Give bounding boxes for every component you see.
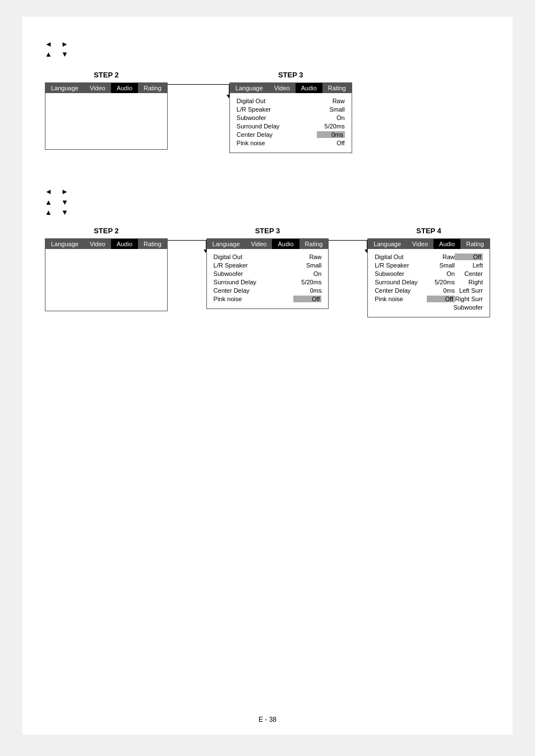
s2-step3-label: STEP 3 <box>255 227 280 235</box>
s4-value-pink-noise: Off <box>427 296 455 302</box>
s4-label-lr-speaker: L/R Speaker <box>375 262 427 269</box>
row-subwoofer: Subwoofer On <box>237 114 345 121</box>
s2-tab-audio[interactable]: Audio <box>111 239 138 249</box>
s2-step2-label: STEP 2 <box>94 227 119 235</box>
label-subwoofer: Subwoofer <box>237 114 317 121</box>
s2-step3-tabs: Language Video Audio Rating <box>207 239 329 249</box>
s4-label-subwoofer: Subwoofer <box>375 270 427 277</box>
s2-s3-tab-audio[interactable]: Audio <box>272 239 299 249</box>
s2-left-arrow-icon: ◄ <box>45 187 52 197</box>
s4-row-digital-out: Digital Out Raw Off <box>375 253 483 260</box>
s2-right-arrow-icon: ► <box>61 187 68 197</box>
s2-step3-body: Digital Out Raw L/R Speaker Small Subwoo… <box>207 249 329 308</box>
step3-tabs: Language Video Audio Rating <box>230 83 352 93</box>
tab-rating[interactable]: Rating <box>138 83 167 93</box>
s2-value-surround-delay: 5/20ms <box>293 279 321 285</box>
s3-tab-audio[interactable]: Audio <box>296 83 322 93</box>
s2-label-surround-delay: Surround Delay <box>214 279 294 285</box>
s2-label-center-delay: Center Delay <box>214 287 294 294</box>
s3-tab-rating[interactable]: Rating <box>322 83 352 93</box>
label-digital-out: Digital Out <box>237 98 317 104</box>
s2-connector-1 <box>168 240 206 253</box>
label-lr-speaker: L/R Speaker <box>237 106 317 113</box>
s4-value-subwoofer: On <box>427 270 455 277</box>
s4-option-digital-out: Off <box>455 253 483 260</box>
value-center-delay: 0ms <box>317 131 345 138</box>
s4-row-center-delay: Center Delay 0ms Left Surr <box>375 287 483 294</box>
s2-up-arrow-icon: ▲ <box>45 197 52 208</box>
s4-label-extra <box>375 304 425 311</box>
s2-label-pink-noise: Pink noise <box>214 296 294 302</box>
s2-down-arrow-icon: ▼ <box>61 197 68 208</box>
s2-row-center-delay: Center Delay 0ms <box>214 287 322 294</box>
arrow-group-2: ◄ ► ▲ ▼ ▲ ▼ <box>45 187 490 218</box>
s2-label-lr-speaker: L/R Speaker <box>214 262 294 269</box>
s2-s3-tab-video[interactable]: Video <box>246 239 273 249</box>
s2-s4-tab-audio[interactable]: Audio <box>433 239 460 249</box>
value-digital-out: Raw <box>317 98 345 104</box>
s2-tab-language[interactable]: Language <box>45 239 84 249</box>
value-subwoofer: On <box>317 114 345 121</box>
connector-1-2 <box>168 84 229 98</box>
s2-tab-rating[interactable]: Rating <box>138 239 167 249</box>
s4-label-digital-out: Digital Out <box>375 253 427 260</box>
page-footer: E - 38 <box>22 716 513 723</box>
s2-value-subwoofer: On <box>293 270 321 277</box>
s4-option-subwoofer-item: Subwoofer <box>453 304 483 311</box>
s2-connector-2 <box>329 240 367 253</box>
row-lr-speaker: L/R Speaker Small <box>237 106 345 113</box>
s2-step4-block: STEP 4 Language Video Audio Rating Digit… <box>367 227 490 317</box>
s4-option-subwoofer: Center <box>455 270 483 277</box>
s3-tab-language[interactable]: Language <box>230 83 269 93</box>
s4-value-extra <box>425 304 453 311</box>
step-diagram-2: STEP 2 Language Video Audio Rating <box>45 227 490 317</box>
s2-s4-tab-rating[interactable]: Rating <box>460 239 490 249</box>
s2-row-lr-speaker: L/R Speaker Small <box>214 262 322 269</box>
tab-language[interactable]: Language <box>45 83 84 93</box>
page-content: ◄ ► ▲ ▼ STEP 2 Language Video Audio Rati… <box>22 17 513 735</box>
s2-up-arrow-icon-2: ▲ <box>45 208 52 218</box>
s2-arrow-row-ud1: ▲ ▼ <box>45 197 490 208</box>
step3-block: STEP 3 Language Video Audio Rating Digit… <box>229 71 352 153</box>
s4-value-surround-delay: 5/20ms <box>427 279 455 285</box>
s2-arrow-row-ud2: ▲ ▼ <box>45 208 490 218</box>
row-pink-noise: Pink noise Off <box>237 140 345 146</box>
s4-row-extra: Subwoofer <box>375 304 483 311</box>
s2-value-digital-out: Raw <box>293 253 321 260</box>
s2-step2-menu: Language Video Audio Rating <box>45 238 168 311</box>
tab-audio[interactable]: Audio <box>111 83 138 93</box>
s4-value-center-delay: 0ms <box>427 287 455 294</box>
step2-menu: Language Video Audio Rating <box>45 82 168 150</box>
s2-row-pink-noise: Pink noise Off <box>214 296 322 302</box>
step3-body: Digital Out Raw L/R Speaker Small Subwoo… <box>230 93 352 153</box>
s4-label-center-delay: Center Delay <box>375 287 427 294</box>
s2-s4-tab-video[interactable]: Video <box>407 239 433 249</box>
s2-step2-tabs: Language Video Audio Rating <box>45 239 167 249</box>
s2-step2-body <box>45 249 167 311</box>
s2-row-subwoofer: Subwoofer On <box>214 270 322 277</box>
s4-label-pink-noise: Pink noise <box>375 296 427 302</box>
s4-option-center-delay: Left Surr <box>455 287 483 294</box>
h-line-1 <box>168 84 229 85</box>
arrow-row-lr: ◄ ► <box>45 39 490 49</box>
step2-block: STEP 2 Language Video Audio Rating <box>45 71 168 150</box>
left-arrow-icon: ◄ <box>45 39 52 49</box>
s4-option-surround-delay: Right <box>455 279 483 285</box>
s3-tab-video[interactable]: Video <box>269 83 296 93</box>
s2-h-line-1 <box>168 240 206 241</box>
label-center-delay: Center Delay <box>237 131 317 138</box>
s2-s4-tab-language[interactable]: Language <box>368 239 407 249</box>
tab-video[interactable]: Video <box>84 83 111 93</box>
s2-tab-video[interactable]: Video <box>84 239 111 249</box>
s4-row-surround-delay: Surround Delay 5/20ms Right <box>375 279 483 285</box>
s4-value-digital-out: Raw <box>427 253 455 260</box>
step2-tabs: Language Video Audio Rating <box>45 83 167 93</box>
s2-value-center-delay: 0ms <box>293 287 321 294</box>
s4-row-pink-noise: Pink noise Off Right Surr <box>375 296 483 302</box>
s2-s3-tab-language[interactable]: Language <box>207 239 246 249</box>
step-diagram-1: STEP 2 Language Video Audio Rating <box>45 71 490 153</box>
s2-step4-tabs: Language Video Audio Rating <box>368 239 490 249</box>
s2-s3-tab-rating[interactable]: Rating <box>299 239 329 249</box>
s2-h-line-2 <box>329 240 367 241</box>
right-arrow-icon: ► <box>61 39 68 49</box>
